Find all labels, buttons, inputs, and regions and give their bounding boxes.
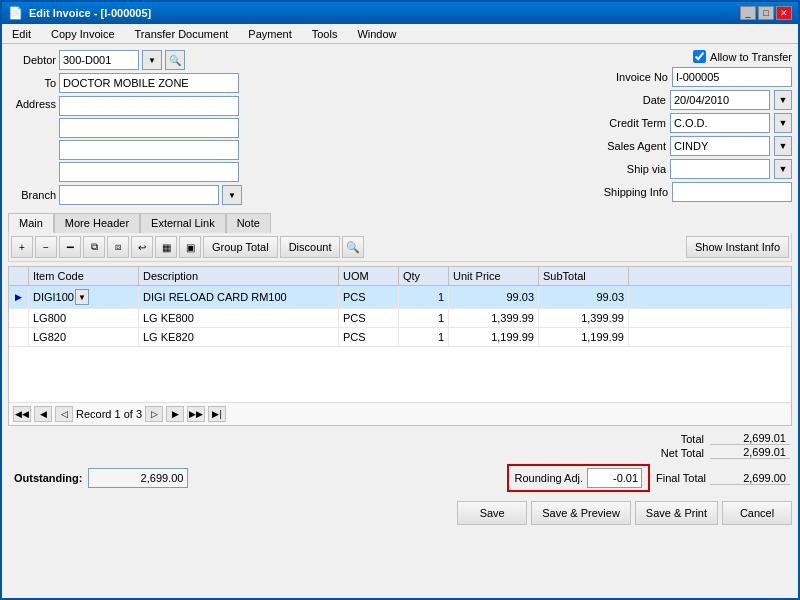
date-input[interactable] [670,90,770,110]
row-item-code-1[interactable]: DIGI100 ▼ [29,286,139,308]
search-btn[interactable]: 🔍 [342,236,364,258]
row-arrow-1: ▶ [9,286,29,308]
allow-transfer-row: Allow to Transfer [512,50,792,63]
menu-copy-invoice[interactable]: Copy Invoice [45,27,121,41]
sales-agent-dropdown-btn[interactable]: ▼ [774,136,792,156]
menu-tools[interactable]: Tools [306,27,344,41]
minimize-button[interactable]: _ [740,6,756,20]
prev-record-btn[interactable]: ◁ [55,406,73,422]
address-line2[interactable] [59,118,239,138]
col-header-subtotal: SubTotal [539,267,629,285]
save-print-button[interactable]: Save & Print [635,501,718,525]
paste-btn[interactable]: ⧇ [107,236,129,258]
total-line: Total 2,699.01 [639,432,790,445]
date-row: Date ▼ [512,90,792,110]
image-btn[interactable]: ▣ [179,236,201,258]
debtor-dropdown-btn[interactable]: ▼ [142,50,162,70]
sales-agent-label: Sales Agent [607,140,666,152]
cancel-button[interactable]: Cancel [722,501,792,525]
prev-page-btn[interactable]: ◀ [34,406,52,422]
menu-transfer-document[interactable]: Transfer Document [129,27,235,41]
address-line1[interactable] [59,96,239,116]
allow-transfer-checkbox[interactable] [693,50,706,63]
row-subtotal-3: 1,199.99 [539,328,629,346]
col-header-arrow [9,267,29,285]
save-preview-button[interactable]: Save & Preview [531,501,631,525]
next-page-btn[interactable]: ▶ [166,406,184,422]
totals-section: Total 2,699.01 Net Total 2,699.01 [8,432,792,459]
credit-term-input[interactable] [670,113,770,133]
pagination: ◀◀ ◀ ◁ Record 1 of 3 ▷ ▶ ▶▶ ▶| [9,402,791,425]
ship-via-row: Ship via ▼ [512,159,792,179]
item-code-dropdown-1[interactable]: ▼ [75,289,89,305]
row-description-1: DIGI RELOAD CARD RM100 [139,286,339,308]
row-subtotal-1: 99.03 [539,286,629,308]
table-header: Item Code Description UOM Qty Unit Price… [9,267,791,286]
row-item-code-2[interactable]: LG800 [29,309,139,327]
title-bar-buttons: _ □ ✕ [740,6,792,20]
first-page-btn[interactable]: ◀◀ [13,406,31,422]
maximize-button[interactable]: □ [758,6,774,20]
table-row[interactable]: ▶ DIGI100 ▼ DIGI RELOAD CARD RM100 PCS 1… [9,286,791,309]
debtor-input[interactable] [59,50,139,70]
address-line4[interactable] [59,162,239,182]
show-instant-info-btn[interactable]: Show Instant Info [686,236,789,258]
right-form: Allow to Transfer Invoice No Date ▼ Cred… [512,50,792,205]
to-input[interactable] [59,73,239,93]
col-header-item-code: Item Code [29,267,139,285]
branch-row: Branch ▼ [8,185,502,205]
tab-external-link[interactable]: External Link [140,213,226,233]
minus-btn[interactable]: − [59,236,81,258]
copy-btn[interactable]: ⧉ [83,236,105,258]
toolbar: + − − ⧉ ⧇ ↩ ▦ ▣ Group Total Discount 🔍 S… [8,233,792,262]
tab-more-header[interactable]: More Header [54,213,140,233]
discount-btn[interactable]: Discount [280,236,341,258]
action-buttons: Save Save & Preview Save & Print Cancel [8,497,792,527]
menu-edit[interactable]: Edit [6,27,37,41]
col-header-unit-price: Unit Price [449,267,539,285]
credit-term-dropdown-btn[interactable]: ▼ [774,113,792,133]
shipping-info-label: Shipping Info [604,186,668,198]
invoice-table: Item Code Description UOM Qty Unit Price… [8,266,792,426]
ship-via-dropdown-btn[interactable]: ▼ [774,159,792,179]
table-row[interactable]: LG820 LG KE820 PCS 1 1,199.99 1,199.99 [9,328,791,347]
credit-term-row: Credit Term ▼ [512,113,792,133]
date-dropdown-btn[interactable]: ▼ [774,90,792,110]
col-header-qty: Qty [399,267,449,285]
last-page-btn[interactable]: ▶▶ [187,406,205,422]
outstanding-value: 2,699.00 [88,468,188,488]
row-qty-3: 1 [399,328,449,346]
outstanding-row: Outstanding: 2,699.00 Rounding Adj. Fina… [8,461,792,495]
tab-note[interactable]: Note [226,213,271,233]
sales-agent-input[interactable] [670,136,770,156]
extra-nav-btn[interactable]: ▶| [208,406,226,422]
grid-btn[interactable]: ▦ [155,236,177,258]
address-lines [59,96,239,182]
table-row[interactable]: LG800 LG KE800 PCS 1 1,399.99 1,399.99 [9,309,791,328]
close-button[interactable]: ✕ [776,6,792,20]
menu-payment[interactable]: Payment [242,27,297,41]
save-button[interactable]: Save [457,501,527,525]
ship-via-input[interactable] [670,159,770,179]
menu-window[interactable]: Window [351,27,402,41]
rounding-adj-input[interactable] [587,468,642,488]
row-item-code-3[interactable]: LG820 [29,328,139,346]
final-total-row: Final Total 2,699.00 [656,472,790,485]
row-uom-2: PCS [339,309,399,327]
group-total-btn[interactable]: Group Total [203,236,278,258]
branch-dropdown-btn[interactable]: ▼ [222,185,242,205]
row-uom-1: PCS [339,286,399,308]
add-row-btn[interactable]: + [11,236,33,258]
invoice-no-input[interactable] [672,67,792,87]
shipping-info-input[interactable] [672,182,792,202]
col-header-description: Description [139,267,339,285]
main-window: 📄 Edit Invoice - [I-000005] _ □ ✕ Edit C… [0,0,800,600]
branch-input[interactable] [59,185,219,205]
tab-main[interactable]: Main [8,213,54,233]
invoice-no-label: Invoice No [616,71,668,83]
debtor-search-btn[interactable]: 🔍 [165,50,185,70]
remove-row-btn[interactable]: − [35,236,57,258]
undo-btn[interactable]: ↩ [131,236,153,258]
address-line3[interactable] [59,140,239,160]
next-record-btn[interactable]: ▷ [145,406,163,422]
